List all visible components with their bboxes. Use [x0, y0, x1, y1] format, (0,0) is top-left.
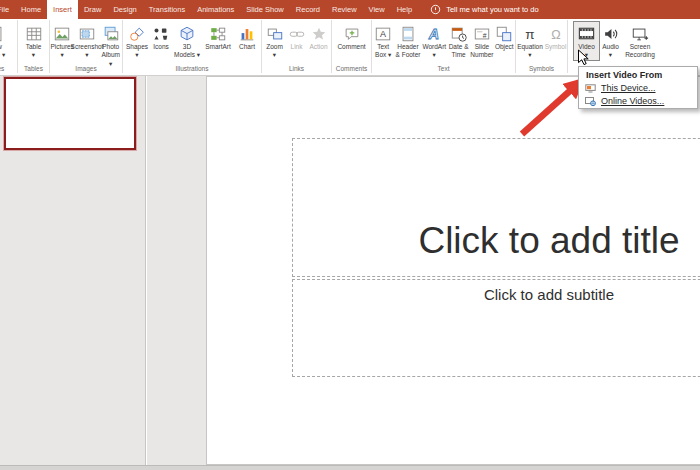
ribbon-group-text: A Text Box ▾ Header & Footer A WordArt ▾… [372, 20, 516, 73]
menu-item-online-videos[interactable]: Online Videos... [579, 95, 697, 108]
text-box-button[interactable]: A Text Box ▾ [372, 22, 394, 60]
ribbon-group-images: Pictures ▾ Screenshot ▾ Photo Album ▾ Im… [50, 20, 123, 73]
3d-models-label: 3D Models ▾ [174, 43, 200, 60]
icons-icon [152, 24, 170, 43]
chart-icon [238, 24, 256, 43]
wordart-label: WordArt ▾ [422, 43, 446, 60]
tab-file[interactable]: File [0, 0, 15, 19]
action-button: Action [307, 22, 331, 60]
zoom-button[interactable]: Zoom ▾ [263, 22, 287, 60]
photo-album-button[interactable]: Photo Album ▾ [99, 22, 122, 68]
audio-icon [602, 24, 620, 43]
date-time-label: Date & Time [449, 43, 469, 60]
date-time-icon [450, 24, 468, 43]
tab-record[interactable]: Record [290, 0, 326, 19]
tab-design[interactable]: Design [107, 0, 142, 19]
slide-thumbnail-panel [0, 76, 146, 465]
tab-slide-show[interactable]: Slide Show [240, 0, 290, 19]
title-placeholder-text: Click to add title [418, 220, 679, 262]
equation-icon: π [521, 24, 539, 43]
ribbon-group-label: Text [372, 65, 515, 72]
screen-recording-label: Screen Recording [625, 43, 655, 60]
slide-canvas[interactable]: Click to add title Click to add subtitle [207, 77, 700, 464]
new-slide-label: New Slide ▾ [0, 43, 5, 60]
menu-item-this-device[interactable]: This Device... [579, 82, 697, 95]
icons-label: Icons [153, 43, 169, 51]
symbol-label: Symbol [545, 43, 567, 51]
table-icon [25, 24, 43, 43]
video-label: Video ▾ [578, 43, 595, 60]
audio-label: Audio ▾ [602, 43, 619, 60]
slide-number-icon: # [473, 24, 491, 43]
video-icon [577, 24, 596, 43]
wordart-icon: A [425, 24, 443, 43]
chart-button[interactable]: Chart [235, 22, 260, 60]
tell-me-label: Tell me what you want to do [446, 5, 539, 14]
insert-video-menu-header: Insert Video From [579, 67, 697, 82]
powerpoint-window: File Home Insert Draw Design Transitions… [0, 0, 700, 470]
subtitle-placeholder[interactable]: Click to add subtitle [292, 279, 700, 377]
link-icon [288, 24, 306, 43]
tell-me-icon [430, 4, 441, 15]
smartart-label: SmartArt [205, 43, 231, 51]
action-label: Action [309, 43, 327, 51]
video-button[interactable]: Video ▾ [574, 22, 599, 60]
slide-number-label: Slide Number [470, 43, 493, 60]
ribbon-group-label: Tables [18, 65, 49, 72]
comment-icon [343, 24, 361, 43]
ribbon-group-tables: Table ▾ Tables [18, 20, 50, 73]
svg-text:π: π [525, 26, 534, 41]
ribbon-group-label: Illustrations [123, 65, 261, 72]
ribbon-group-comments: Comment Comments [332, 20, 372, 73]
ribbon-group-links: Zoom ▾ Link Action Links [262, 20, 332, 73]
date-time-button[interactable]: Date & Time [447, 22, 470, 60]
title-placeholder[interactable]: Click to add title [292, 138, 700, 277]
screenshot-icon [78, 24, 96, 43]
wordart-button[interactable]: A WordArt ▾ [422, 22, 447, 60]
shapes-button[interactable]: Shapes ▾ [125, 22, 150, 60]
zoom-icon [266, 24, 284, 43]
ribbon-group-slides: New Slide ▾ Slides [0, 20, 18, 73]
tab-insert[interactable]: Insert [47, 0, 78, 19]
screen-recording-button[interactable]: Screen Recording [622, 22, 658, 60]
smartart-button[interactable]: SmartArt [202, 22, 235, 60]
tab-draw[interactable]: Draw [78, 0, 108, 19]
chart-label: Chart [239, 43, 255, 51]
ribbon-group-label: Slides [0, 65, 17, 72]
3d-models-icon [178, 24, 196, 43]
3d-models-button[interactable]: 3D Models ▾ [173, 22, 202, 60]
link-label: Link [291, 43, 303, 51]
ribbon-group-label: Images [50, 65, 122, 72]
ribbon-group-label: Links [262, 65, 331, 72]
ribbon-group-illustrations: Shapes ▾ Icons 3D Models ▾ SmartArt Char… [123, 20, 262, 73]
tab-help[interactable]: Help [391, 0, 418, 19]
symbol-icon: Ω [547, 24, 565, 43]
action-icon [310, 24, 328, 43]
slide-editing-area: Click to add title Click to add subtitle [147, 76, 700, 465]
pictures-icon [53, 24, 71, 43]
tell-me-search[interactable]: Tell me what you want to do [430, 0, 539, 19]
screen-recording-icon [631, 24, 649, 43]
smartart-icon [209, 24, 227, 43]
tab-animations[interactable]: Animations [191, 0, 240, 19]
audio-button[interactable]: Audio ▾ [599, 22, 622, 60]
table-label: Table ▾ [26, 43, 42, 60]
comment-button[interactable]: Comment [334, 22, 370, 51]
tab-review[interactable]: Review [326, 0, 363, 19]
header-footer-button[interactable]: Header & Footer [394, 22, 421, 60]
slide-number-button[interactable]: # Slide Number [470, 22, 493, 60]
equation-button[interactable]: π Equation ▾ [516, 22, 544, 60]
tab-view[interactable]: View [363, 0, 391, 19]
ribbon-tab-bar: File Home Insert Draw Design Transitions… [0, 0, 700, 19]
table-button[interactable]: Table ▾ [19, 22, 49, 60]
subtitle-placeholder-text: Click to add subtitle [484, 286, 614, 303]
object-icon [495, 24, 513, 43]
new-slide-button[interactable]: New Slide ▾ [0, 22, 16, 60]
tab-transitions[interactable]: Transitions [143, 0, 191, 19]
screenshot-button[interactable]: Screenshot ▾ [74, 22, 99, 68]
icons-button[interactable]: Icons [150, 22, 173, 60]
tab-home[interactable]: Home [15, 0, 47, 19]
slide-thumbnail-1[interactable] [4, 77, 136, 150]
equation-label: Equation ▾ [517, 43, 543, 60]
object-button[interactable]: Object [494, 22, 515, 60]
